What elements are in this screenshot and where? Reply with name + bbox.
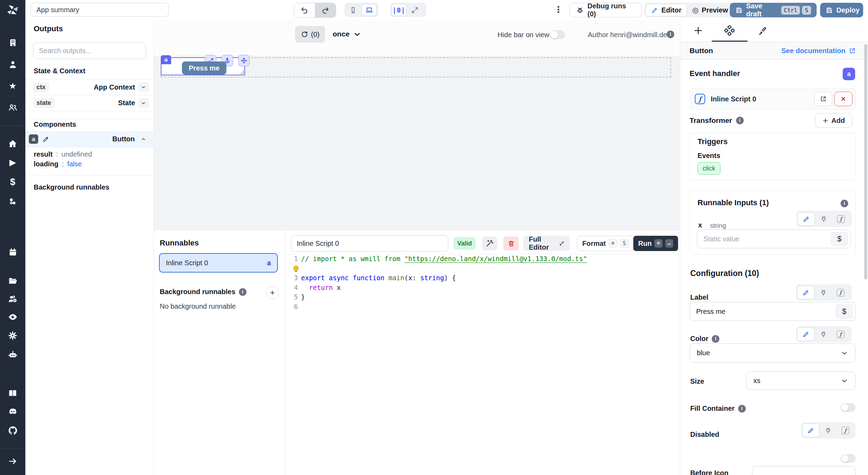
script-name-input[interactable] [291, 235, 448, 252]
editor-tab[interactable]: Editor [645, 4, 687, 16]
folders-icon[interactable] [8, 276, 18, 285]
see-documentation-link[interactable]: See documentation [782, 47, 856, 55]
discord-icon[interactable] [8, 407, 18, 417]
device-toggle-group [344, 3, 378, 17]
static-mode-pencil-icon[interactable] [802, 424, 819, 437]
runnable-item-selected[interactable]: Inline Script 0 a [159, 253, 278, 273]
runs-play-icon[interactable]: ▶ [8, 157, 18, 167]
schedule-mode-label[interactable]: once [333, 30, 350, 38]
search-outputs-input[interactable] [33, 42, 146, 59]
star-icon[interactable]: ★ [8, 81, 18, 91]
windmill-logo-icon[interactable] [6, 3, 19, 17]
delete-script-button[interactable] [503, 236, 519, 250]
add-transformer-button[interactable]: Add [815, 113, 852, 128]
user-icon[interactable] [8, 60, 18, 69]
open-script-button[interactable] [814, 92, 832, 106]
resize-handle-icon[interactable] [240, 69, 245, 75]
edit-pencil-icon[interactable] [42, 135, 50, 143]
resources-boxes-icon[interactable] [8, 197, 18, 206]
background-runnables-title: Background runnables [34, 183, 109, 191]
settings-gear-icon[interactable] [8, 331, 18, 340]
fill-container-toggle[interactable] [841, 403, 856, 412]
groups-cog-icon[interactable] [8, 294, 18, 304]
size-select[interactable]: xs [746, 372, 856, 390]
preview-tab[interactable]: ◎ Preview [687, 4, 733, 16]
spacing-button[interactable]: |0| [391, 4, 407, 16]
code-lines[interactable]: // import * as wmill from "https://deno.… [301, 254, 676, 311]
color-select[interactable]: blue [690, 343, 856, 362]
variables-dollar-icon[interactable]: $ [8, 177, 18, 187]
ai-wand-button[interactable] [482, 236, 497, 250]
collapse-arrow-icon[interactable] [8, 456, 18, 466]
dollar-template-button[interactable]: $ [831, 232, 848, 246]
eval-mode-function-icon[interactable]: ƒ [832, 327, 849, 341]
desktop-view-button[interactable] [361, 4, 377, 16]
connect-mode-plug-icon[interactable] [815, 327, 832, 341]
tab-styling-brush[interactable] [755, 24, 768, 37]
tab-component-settings[interactable] [723, 24, 736, 37]
undo-button[interactable] [294, 3, 315, 17]
eval-mode-function-icon[interactable]: ƒ [832, 286, 849, 299]
move-component-button[interactable] [238, 55, 250, 66]
save-draft-button[interactable]: Save draft Ctrl S [730, 3, 817, 17]
connect-mode-plug-icon[interactable] [815, 212, 832, 226]
debug-runs-button[interactable]: Debug runs (0) [569, 3, 642, 17]
eye-icon[interactable] [8, 312, 18, 322]
docs-book-icon[interactable] [8, 388, 18, 398]
eval-mode-function-icon[interactable]: ƒ [837, 424, 854, 437]
output-row-ctx[interactable]: ctx App Context [25, 79, 154, 95]
remove-script-button[interactable]: × [834, 92, 852, 106]
app-canvas[interactable]: a Press me [154, 56, 680, 230]
mobile-view-button[interactable] [345, 4, 361, 16]
component-tag-a[interactable]: a [161, 55, 171, 64]
fullscreen-button[interactable] [407, 4, 423, 16]
component-row-a[interactable]: a Button [25, 131, 154, 147]
redo-button[interactable] [315, 3, 336, 17]
full-editor-button[interactable]: Full Editor [523, 236, 570, 251]
dollar-template-button[interactable]: $ [836, 305, 853, 318]
more-menu-icon[interactable]: ⋮ [554, 3, 563, 16]
color-info-icon[interactable]: i [712, 335, 719, 343]
home-icon[interactable] [8, 139, 18, 148]
label-value-input[interactable]: Press me $ [690, 302, 856, 321]
disabled-toggle[interactable] [841, 454, 856, 463]
triggers-card: Triggers Events click [690, 133, 856, 180]
connect-mode-plug-icon[interactable] [819, 424, 837, 437]
static-value-input[interactable]: Static value $ [697, 230, 851, 248]
transformer-info-icon[interactable]: i [736, 117, 744, 124]
connect-mode-plug-icon[interactable] [815, 286, 832, 299]
static-mode-pencil-icon[interactable] [798, 212, 815, 226]
eval-mode-function-icon[interactable]: ƒ [832, 212, 850, 226]
ctx-expand-button[interactable] [138, 82, 149, 92]
refresh-button[interactable]: (0) [295, 26, 325, 43]
users-icon[interactable] [8, 102, 18, 112]
hide-bar-toggle[interactable] [550, 30, 565, 39]
run-button[interactable]: Run ⌘ ↵ [633, 236, 678, 251]
format-button[interactable]: Format ⌘ S [577, 236, 634, 251]
schedule-chevron-icon[interactable] [353, 30, 361, 39]
schedules-calendar-icon[interactable] [8, 247, 18, 257]
event-handler-script-card[interactable]: ƒ Inline Script 0 × [690, 89, 856, 109]
fill-container-info-icon[interactable]: i [738, 405, 746, 412]
press-me-button[interactable]: Press me [182, 61, 226, 75]
output-row-state[interactable]: state State [25, 95, 154, 111]
inspector-scrollbar[interactable] [864, 44, 867, 280]
before-icon-select[interactable] [752, 466, 856, 475]
background-info-icon[interactable]: i [239, 288, 247, 296]
author-info-icon[interactable]: i [667, 31, 674, 38]
runnable-inputs-info-icon[interactable]: i [841, 200, 848, 207]
app-summary-input[interactable] [31, 3, 169, 17]
static-mode-pencil-icon[interactable] [797, 327, 815, 341]
github-icon[interactable] [8, 426, 18, 435]
state-expand-button[interactable] [138, 98, 149, 108]
static-mode-pencil-icon[interactable] [797, 286, 815, 299]
tab-insert-plus[interactable] [692, 24, 704, 37]
deploy-button[interactable]: Deploy [820, 3, 863, 17]
workers-robot-icon[interactable] [8, 350, 18, 360]
component-collapse-button[interactable] [138, 134, 149, 144]
left-nav-rail: ★ ▶ $ [0, 0, 25, 475]
workspace-icon[interactable] [8, 38, 18, 48]
layout-toggle-group: |0| [390, 3, 426, 17]
windmill-app-editor: ★ ▶ $ [0, 0, 868, 475]
add-background-runnable-button[interactable]: + [266, 286, 279, 299]
